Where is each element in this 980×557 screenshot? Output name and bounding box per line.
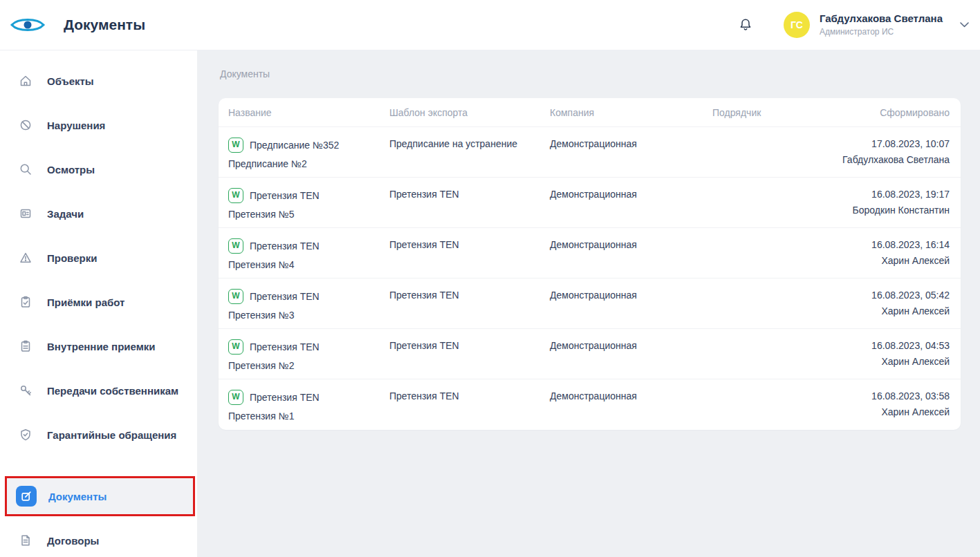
doc-created-by: Бородкин Константин: [833, 204, 950, 216]
table-row[interactable]: W Претензия TEN Претензия №3 Претензия T…: [219, 278, 961, 329]
doc-created-cell: 16.08.2023, 19:17 Бородкин Константин: [833, 188, 950, 216]
doc-title: Претензия TEN: [250, 391, 320, 404]
sidebar-item-label: Нарушения: [47, 120, 105, 131]
word-doc-icon: W: [228, 238, 243, 254]
doc-created-cell: 16.08.2023, 05:42 Харин Алексей: [833, 289, 950, 317]
sidebar-item-checks[interactable]: Проверки: [0, 236, 197, 280]
sidebar-item-label: Передачи собственникам: [47, 385, 178, 397]
sidebar: Объекты Нарушения Осмотры: [0, 50, 197, 557]
doc-title: Претензия TEN: [250, 290, 320, 303]
doc-name-cell: W Претензия TEN Претензия №2: [228, 339, 389, 372]
main-content: Документы Название Шаблон экспорта Компа…: [197, 50, 980, 557]
doc-subtitle: Претензия №5: [228, 208, 382, 220]
doc-title: Предписание №352: [250, 139, 339, 151]
doc-created-date: 16.08.2023, 04:53: [833, 339, 950, 352]
doc-company: Демонстрационная: [550, 238, 712, 251]
doc-title: Претензия TEN: [250, 240, 320, 252]
sidebar-item-contracts[interactable]: Договоры: [0, 518, 197, 557]
doc-created-date: 16.08.2023, 19:17: [833, 188, 950, 200]
word-doc-icon: W: [228, 289, 243, 304]
doc-company: Демонстрационная: [550, 390, 712, 402]
doc-created-date: 17.08.2023, 10:07: [833, 138, 950, 150]
prohibition-icon: [19, 118, 33, 132]
sidebar-item-inspections[interactable]: Осмотры: [0, 147, 197, 191]
table-row[interactable]: W Претензия TEN Претензия №1 Претензия T…: [219, 379, 961, 430]
doc-created-date: 16.08.2023, 05:42: [833, 289, 950, 301]
doc-subtitle: Претензия №2: [228, 359, 382, 372]
doc-name-cell: W Предписание №352 Предписание №2: [228, 138, 389, 170]
doc-subtitle: Претензия №1: [228, 410, 382, 422]
sidebar-item-internal-acceptance[interactable]: Внутренние приемки: [0, 324, 197, 368]
app-logo-icon: [9, 15, 46, 35]
doc-title: Претензия TEN: [250, 341, 320, 353]
chevron-down-icon[interactable]: [958, 19, 970, 31]
sidebar-item-tasks[interactable]: Задачи: [0, 191, 197, 236]
sidebar-item-label: Гарантийные обращения: [47, 429, 176, 441]
breadcrumb: Документы: [220, 68, 961, 79]
user-role: Администратор ИС: [820, 27, 943, 37]
word-doc-icon: W: [228, 339, 243, 355]
clipboard-check-icon: [19, 295, 33, 309]
table-row[interactable]: W Претензия TEN Претензия №4 Претензия T…: [219, 228, 961, 278]
doc-name-cell: W Претензия TEN Претензия №5: [228, 188, 389, 220]
doc-title: Претензия TEN: [250, 189, 320, 202]
doc-created-by: Габдулхакова Светлана: [833, 153, 950, 166]
table-row[interactable]: W Претензия TEN Претензия №5 Претензия T…: [219, 178, 961, 228]
page-title: Документы: [64, 17, 145, 33]
doc-company: Демонстрационная: [550, 289, 712, 301]
sidebar-item-label: Приёмки работ: [47, 296, 124, 308]
keys-icon: [19, 384, 33, 397]
documents-edit-icon: [16, 486, 37, 507]
column-header-name: Название: [228, 107, 389, 118]
column-header-created: Сформировано: [833, 107, 950, 118]
sidebar-item-label: Задачи: [47, 208, 84, 220]
sidebar-item-owner-handover[interactable]: Передачи собственникам: [0, 368, 197, 413]
doc-template: Претензия TEN: [389, 289, 550, 301]
header-right: ГС Габдулхакова Светлана Администратор И…: [737, 12, 970, 38]
doc-company: Демонстрационная: [550, 188, 712, 200]
sidebar-item-objects[interactable]: Объекты: [0, 59, 197, 103]
doc-created-by: Харин Алексей: [833, 254, 950, 267]
user-info: Габдулхакова Светлана Администратор ИС: [820, 12, 943, 37]
doc-template: Претензия TEN: [389, 238, 550, 251]
doc-created-cell: 16.08.2023, 04:53 Харин Алексей: [833, 339, 950, 368]
sidebar-item-label: Объекты: [47, 75, 94, 87]
doc-company: Демонстрационная: [550, 339, 712, 352]
doc-name-cell: W Претензия TEN Претензия №4: [228, 238, 389, 271]
shield-check-icon: [19, 428, 33, 442]
sidebar-item-violations[interactable]: Нарушения: [0, 103, 197, 147]
sidebar-item-label: Договоры: [47, 535, 99, 547]
doc-name-cell: W Претензия TEN Претензия №3: [228, 289, 389, 321]
doc-template: Претензия TEN: [389, 188, 550, 200]
app-header: Документы ГС Габдулхакова Светлана Админ…: [0, 0, 980, 50]
column-header-template: Шаблон экспорта: [389, 107, 550, 118]
doc-template: Претензия TEN: [389, 339, 550, 352]
sidebar-item-warranty[interactable]: Гарантийные обращения: [0, 413, 197, 457]
doc-subtitle: Претензия №4: [228, 258, 382, 271]
sidebar-item-work-acceptance[interactable]: Приёмки работ: [0, 280, 197, 324]
doc-created-by: Харин Алексей: [833, 305, 950, 317]
sidebar-item-documents[interactable]: Документы: [6, 477, 194, 516]
home-icon: [19, 74, 33, 88]
table-row[interactable]: W Предписание №352 Предписание №2 Предпи…: [219, 127, 961, 178]
user-name: Габдулхакова Светлана: [820, 12, 943, 25]
user-avatar[interactable]: ГС: [784, 12, 810, 38]
word-doc-icon: W: [228, 390, 243, 405]
notifications-bell-icon[interactable]: [737, 16, 755, 34]
doc-created-cell: 17.08.2023, 10:07 Габдулхакова Светлана: [833, 138, 950, 166]
table-row[interactable]: W Претензия TEN Претензия №2 Претензия T…: [219, 329, 961, 379]
doc-subtitle: Предписание №2: [228, 158, 382, 170]
word-doc-icon: W: [228, 138, 243, 153]
search-icon: [19, 162, 33, 176]
warning-triangle-icon: [19, 251, 33, 265]
table-header-row: Название Шаблон экспорта Компания Подряд…: [219, 98, 961, 127]
doc-created-by: Харин Алексей: [833, 406, 950, 418]
tasks-card-icon: [19, 207, 33, 220]
doc-created-by: Харин Алексей: [833, 355, 950, 368]
doc-created-date: 16.08.2023, 16:14: [833, 238, 950, 251]
sidebar-item-label: Внутренние приемки: [47, 341, 156, 352]
doc-created-cell: 16.08.2023, 16:14 Харин Алексей: [833, 238, 950, 267]
doc-created-date: 16.08.2023, 03:58: [833, 390, 950, 402]
column-header-company: Компания: [550, 107, 712, 118]
doc-created-cell: 16.08.2023, 03:58 Харин Алексей: [833, 390, 950, 418]
